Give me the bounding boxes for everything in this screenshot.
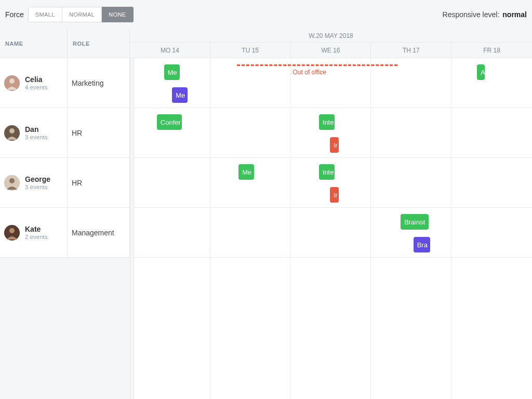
event[interactable]: Inte [319, 164, 335, 180]
calendar-header: W.20 MAY 2018 MO 14 TU 15 WE 16 TH 17 FR… [130, 29, 532, 58]
event[interactable]: Me [238, 164, 254, 180]
day-header-th: TH 17 [371, 43, 451, 58]
sidebar-filler [0, 258, 68, 399]
timeline-row: BrainstBra [130, 208, 532, 258]
avatar [4, 175, 20, 191]
event[interactable]: Bra [414, 237, 430, 252]
out-of-office-line [237, 64, 398, 66]
event[interactable]: Inte [319, 114, 335, 130]
avatar [4, 225, 20, 241]
day-header-we: WE 16 [291, 43, 371, 58]
sidebar-filler [68, 258, 130, 399]
day-header-tu: TU 15 [210, 43, 291, 58]
person-cell[interactable]: George 3 events [0, 158, 68, 208]
person-name: George [25, 175, 50, 184]
timeline-row: ConferInteIr [130, 108, 532, 158]
force-none-button[interactable]: NONE [102, 7, 133, 22]
svg-point-7 [9, 228, 15, 233]
person-cell[interactable]: Kate 2 events [0, 208, 68, 258]
timeline-row: MeMeAOut of office [130, 58, 532, 108]
event[interactable]: Me [164, 64, 180, 80]
person-cell[interactable]: Celia 4 events [0, 58, 68, 108]
svg-point-5 [9, 178, 15, 183]
person-events: 4 events [25, 84, 47, 90]
force-small-button[interactable]: SMALL [28, 7, 62, 22]
event[interactable]: Ir [330, 187, 339, 203]
person-name: Kate [25, 225, 47, 234]
avatar [4, 75, 20, 91]
person-events: 2 events [25, 234, 47, 240]
timeline-row: MeInteIr [130, 158, 532, 208]
toolbar: Force SMALL NORMAL NONE Responsive level… [0, 0, 532, 29]
responsive-value: normal [502, 10, 527, 19]
avatar [4, 125, 20, 141]
event[interactable]: A [477, 64, 485, 80]
responsive-label: Responsive level: [443, 10, 500, 19]
force-button-group: SMALL NORMAL NONE [28, 7, 134, 22]
event[interactable]: Brainst [401, 214, 429, 230]
person-cell[interactable]: Dan 3 events [0, 108, 68, 158]
role-cell: HR [68, 158, 130, 208]
event[interactable]: Ir [330, 137, 339, 153]
day-header-mo: MO 14 [130, 43, 210, 58]
splitter-handle[interactable] [130, 58, 134, 399]
person-events: 3 events [25, 184, 50, 190]
svg-point-3 [9, 128, 15, 134]
name-column-header: NAME [0, 29, 68, 58]
role-cell: HR [68, 108, 130, 158]
force-normal-button[interactable]: NORMAL [62, 7, 102, 22]
event[interactable]: Confer [157, 114, 182, 130]
svg-point-1 [9, 78, 15, 84]
person-events: 3 events [25, 134, 47, 140]
week-title: W.20 MAY 2018 [130, 29, 532, 43]
out-of-office-label: Out of office [292, 69, 326, 76]
event[interactable]: Me [172, 87, 188, 103]
role-column-header: ROLE [68, 29, 130, 58]
person-name: Dan [25, 125, 47, 134]
day-header-fr: FR 18 [451, 43, 532, 58]
role-cell: Marketing [68, 58, 130, 108]
timeline-filler [130, 258, 532, 399]
role-cell: Management [68, 208, 130, 258]
force-label: Force [5, 10, 24, 19]
person-name: Celia [25, 75, 47, 84]
